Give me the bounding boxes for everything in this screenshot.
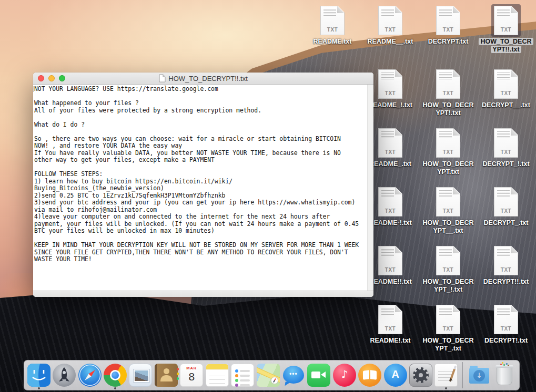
textedit-icon — [434, 364, 458, 387]
dock-item-textedit[interactable] — [434, 361, 459, 389]
desktop-icon[interactable]: TXT README__.txt — [361, 4, 420, 46]
dock-item-notes[interactable] — [205, 361, 229, 389]
dock-item-contacts[interactable] — [154, 361, 178, 389]
txt-file-icon[interactable]: TXT — [491, 127, 521, 159]
dock-item-launchpad[interactable] — [52, 361, 76, 389]
window-titlebar[interactable]: HOW_TO_DECRYPT!!.txt — [33, 73, 373, 85]
page-text-lines — [497, 249, 510, 257]
dock-item-mail[interactable] — [128, 361, 153, 389]
page-fold — [511, 70, 518, 77]
text-editor-area[interactable]: NOT YOUR LANGUAGE? USE https://translate… — [33, 85, 373, 291]
page-fold — [395, 129, 402, 136]
txt-badge: TXT — [379, 149, 402, 155]
zoom-button[interactable] — [59, 75, 65, 81]
calendar-icon: MAR 8 — [180, 364, 203, 387]
desktop-icon-label: DECRYPT_!.txt — [477, 160, 535, 168]
appstore-icon: A — [384, 364, 407, 387]
txt-file-icon[interactable]: TXT — [491, 303, 521, 336]
desktop-icon[interactable]: TXT HOW_TO_DECR YPT_!.txt — [419, 244, 478, 294]
dock-item-messages[interactable]: ••• — [281, 361, 306, 389]
dock-item-safari[interactable] — [77, 361, 102, 389]
page-fold — [453, 129, 460, 136]
minimize-button[interactable] — [48, 75, 55, 81]
txt-file-icon[interactable]: TXT — [433, 68, 463, 100]
txt-file-icon[interactable]: TXT — [491, 185, 521, 218]
txt-file-icon[interactable]: TXT — [433, 127, 463, 159]
dock-item-preferences[interactable] — [408, 361, 433, 389]
dock-item-itunes[interactable]: ♪ — [332, 361, 357, 389]
desktop-icon[interactable]: TXT HOW_TO_DECR YPT!!.txt — [477, 4, 535, 54]
dock-item-appstore[interactable]: A — [383, 361, 408, 389]
chrome-icon — [104, 364, 127, 387]
dock-item-reminders[interactable] — [230, 361, 255, 389]
txt-file-icon[interactable]: TXT — [491, 68, 521, 100]
contacts-tab-green — [177, 377, 179, 380]
txt-badge: TXT — [437, 208, 460, 214]
page-fold — [337, 6, 344, 13]
txt-file-icon[interactable]: TXT — [376, 303, 405, 336]
txt-badge: TXT — [437, 90, 460, 96]
itunes-icon: ♪ — [333, 364, 356, 387]
desktop-icon[interactable]: TXT DECRYPT_.txt — [477, 185, 535, 227]
txt-badge: TXT — [494, 326, 518, 332]
mail-icon — [129, 364, 152, 387]
desktop-icon[interactable]: TXT README!.txt — [361, 303, 420, 345]
desktop-icon-label: DECRYPT.txt — [419, 38, 478, 46]
page-text-lines — [381, 9, 394, 17]
trash-icon — [493, 364, 516, 387]
dock-item-chrome[interactable] — [103, 361, 127, 389]
desktop-icon[interactable]: TXT HOW_TO_DECR YPT__.txt — [419, 185, 478, 235]
dock-item-trash[interactable] — [492, 361, 517, 389]
dock-item-finder[interactable] — [26, 361, 51, 389]
document-page-icon: TXT — [320, 6, 345, 35]
desktop-icon-label: HOW_TO_DECR YPT__.txt — [419, 219, 478, 235]
dock-item-calendar[interactable]: MAR 8 — [179, 361, 204, 389]
desktop-icon[interactable]: TXT HOW_TO_DECR YPT!.txt — [419, 68, 478, 117]
desktop-icon[interactable]: TXT HOW_TO_DECR YPT.txt — [419, 127, 478, 176]
music-note-glyph: ♪ — [333, 368, 356, 380]
txt-file-icon[interactable]: TXT — [491, 244, 521, 277]
page-text-lines — [497, 131, 510, 139]
desktop-icon-label: HOW_TO_DECR YPT_!.txt — [419, 278, 478, 294]
dock-item-ibooks[interactable] — [357, 361, 382, 389]
document-proxy-icon[interactable] — [159, 74, 166, 82]
page-fold — [511, 6, 518, 13]
dock-item-downloads[interactable]: ↓ — [467, 361, 491, 389]
desktop-icon[interactable]: TXT DECRYPT.txt — [419, 4, 478, 46]
txt-file-icon[interactable]: TXT — [376, 244, 405, 277]
desktop-icon[interactable]: TXT README.txt — [303, 4, 362, 46]
page-fold — [395, 188, 402, 194]
txt-file-icon[interactable]: TXT — [376, 127, 405, 159]
desktop-icon-label: README.txt — [303, 38, 362, 46]
txt-file-icon[interactable]: TXT — [433, 303, 463, 336]
vertical-scrollbar[interactable] — [367, 85, 373, 291]
txt-file-icon[interactable]: TXT — [376, 4, 405, 37]
page-text-lines — [497, 308, 510, 316]
dock-item-facetime[interactable] — [307, 361, 331, 389]
close-button[interactable] — [38, 75, 44, 81]
document-page-icon: TXT — [436, 305, 460, 334]
desktop-icon[interactable]: TXT DECRYPT!!.txt — [477, 244, 535, 286]
txt-file-icon[interactable]: TXT — [376, 185, 405, 218]
txt-file-icon[interactable]: TXT — [491, 4, 521, 37]
messages-icon: ••• — [282, 364, 305, 387]
page-fold — [453, 305, 460, 312]
page-text-lines — [381, 190, 394, 198]
desktop-icon[interactable]: TXT DECRYPT_!.txt — [477, 127, 535, 168]
txt-file-icon[interactable]: TXT — [376, 68, 405, 100]
txt-file-icon[interactable]: TXT — [433, 185, 463, 218]
dock-item-maps[interactable] — [256, 361, 280, 389]
txt-file-icon[interactable]: TXT — [433, 4, 463, 37]
ransom-note-text[interactable]: NOT YOUR LANGUAGE? USE https://translate… — [34, 86, 366, 263]
txt-badge: TXT — [379, 326, 402, 332]
txt-file-icon[interactable]: TXT — [433, 244, 463, 277]
desktop-icon[interactable]: TXT DECRYPT__.txt — [477, 68, 535, 109]
desktop-icon[interactable]: TXT DECRYPT!.txt — [477, 303, 535, 345]
system-preferences-icon — [409, 364, 432, 387]
txt-file-icon[interactable]: TXT — [318, 4, 347, 37]
traffic-lights — [38, 75, 65, 81]
txt-badge: TXT — [494, 267, 518, 273]
desktop-icon[interactable]: TXT HOW_TO_DECR YPT_.txt — [419, 303, 478, 353]
txt-badge: TXT — [494, 149, 518, 155]
page-fold — [453, 6, 460, 13]
